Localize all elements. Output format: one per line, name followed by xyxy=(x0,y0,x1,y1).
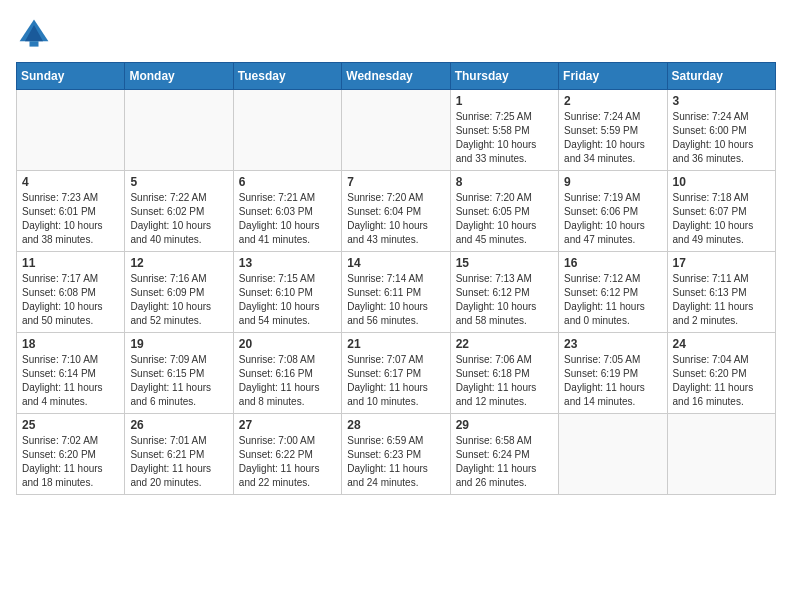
day-number: 28 xyxy=(347,418,444,432)
day-info: Sunrise: 7:13 AM Sunset: 6:12 PM Dayligh… xyxy=(456,272,553,328)
calendar-cell: 15Sunrise: 7:13 AM Sunset: 6:12 PM Dayli… xyxy=(450,252,558,333)
day-info: Sunrise: 7:06 AM Sunset: 6:18 PM Dayligh… xyxy=(456,353,553,409)
calendar-cell: 16Sunrise: 7:12 AM Sunset: 6:12 PM Dayli… xyxy=(559,252,667,333)
calendar-cell: 24Sunrise: 7:04 AM Sunset: 6:20 PM Dayli… xyxy=(667,333,775,414)
day-info: Sunrise: 7:10 AM Sunset: 6:14 PM Dayligh… xyxy=(22,353,119,409)
day-info: Sunrise: 7:16 AM Sunset: 6:09 PM Dayligh… xyxy=(130,272,227,328)
day-number: 7 xyxy=(347,175,444,189)
weekday-header-saturday: Saturday xyxy=(667,63,775,90)
day-info: Sunrise: 7:12 AM Sunset: 6:12 PM Dayligh… xyxy=(564,272,661,328)
day-info: Sunrise: 7:11 AM Sunset: 6:13 PM Dayligh… xyxy=(673,272,770,328)
calendar-cell: 18Sunrise: 7:10 AM Sunset: 6:14 PM Dayli… xyxy=(17,333,125,414)
calendar-cell: 29Sunrise: 6:58 AM Sunset: 6:24 PM Dayli… xyxy=(450,414,558,495)
weekday-header-sunday: Sunday xyxy=(17,63,125,90)
week-row-1: 1Sunrise: 7:25 AM Sunset: 5:58 PM Daylig… xyxy=(17,90,776,171)
calendar-cell: 10Sunrise: 7:18 AM Sunset: 6:07 PM Dayli… xyxy=(667,171,775,252)
day-number: 18 xyxy=(22,337,119,351)
calendar-cell: 19Sunrise: 7:09 AM Sunset: 6:15 PM Dayli… xyxy=(125,333,233,414)
day-info: Sunrise: 7:00 AM Sunset: 6:22 PM Dayligh… xyxy=(239,434,336,490)
day-number: 11 xyxy=(22,256,119,270)
calendar-cell: 5Sunrise: 7:22 AM Sunset: 6:02 PM Daylig… xyxy=(125,171,233,252)
week-row-3: 11Sunrise: 7:17 AM Sunset: 6:08 PM Dayli… xyxy=(17,252,776,333)
calendar-cell xyxy=(125,90,233,171)
day-info: Sunrise: 7:19 AM Sunset: 6:06 PM Dayligh… xyxy=(564,191,661,247)
calendar-cell xyxy=(233,90,341,171)
day-number: 21 xyxy=(347,337,444,351)
day-number: 27 xyxy=(239,418,336,432)
day-info: Sunrise: 7:02 AM Sunset: 6:20 PM Dayligh… xyxy=(22,434,119,490)
day-info: Sunrise: 7:20 AM Sunset: 6:04 PM Dayligh… xyxy=(347,191,444,247)
day-number: 9 xyxy=(564,175,661,189)
calendar-cell: 8Sunrise: 7:20 AM Sunset: 6:05 PM Daylig… xyxy=(450,171,558,252)
day-info: Sunrise: 7:15 AM Sunset: 6:10 PM Dayligh… xyxy=(239,272,336,328)
calendar-cell: 22Sunrise: 7:06 AM Sunset: 6:18 PM Dayli… xyxy=(450,333,558,414)
weekday-header-thursday: Thursday xyxy=(450,63,558,90)
day-number: 17 xyxy=(673,256,770,270)
day-number: 1 xyxy=(456,94,553,108)
calendar-cell: 1Sunrise: 7:25 AM Sunset: 5:58 PM Daylig… xyxy=(450,90,558,171)
day-info: Sunrise: 7:22 AM Sunset: 6:02 PM Dayligh… xyxy=(130,191,227,247)
day-info: Sunrise: 7:24 AM Sunset: 6:00 PM Dayligh… xyxy=(673,110,770,166)
day-info: Sunrise: 7:08 AM Sunset: 6:16 PM Dayligh… xyxy=(239,353,336,409)
day-number: 16 xyxy=(564,256,661,270)
day-number: 15 xyxy=(456,256,553,270)
calendar-cell xyxy=(667,414,775,495)
day-number: 24 xyxy=(673,337,770,351)
day-number: 19 xyxy=(130,337,227,351)
day-info: Sunrise: 6:58 AM Sunset: 6:24 PM Dayligh… xyxy=(456,434,553,490)
day-number: 25 xyxy=(22,418,119,432)
calendar-cell: 25Sunrise: 7:02 AM Sunset: 6:20 PM Dayli… xyxy=(17,414,125,495)
day-number: 26 xyxy=(130,418,227,432)
day-number: 6 xyxy=(239,175,336,189)
day-number: 2 xyxy=(564,94,661,108)
calendar-cell: 23Sunrise: 7:05 AM Sunset: 6:19 PM Dayli… xyxy=(559,333,667,414)
week-row-2: 4Sunrise: 7:23 AM Sunset: 6:01 PM Daylig… xyxy=(17,171,776,252)
day-number: 13 xyxy=(239,256,336,270)
day-number: 4 xyxy=(22,175,119,189)
calendar-cell: 21Sunrise: 7:07 AM Sunset: 6:17 PM Dayli… xyxy=(342,333,450,414)
day-info: Sunrise: 7:09 AM Sunset: 6:15 PM Dayligh… xyxy=(130,353,227,409)
weekday-header-friday: Friday xyxy=(559,63,667,90)
day-number: 8 xyxy=(456,175,553,189)
weekday-header-monday: Monday xyxy=(125,63,233,90)
calendar-table: SundayMondayTuesdayWednesdayThursdayFrid… xyxy=(16,62,776,495)
calendar-cell xyxy=(342,90,450,171)
day-number: 29 xyxy=(456,418,553,432)
day-number: 14 xyxy=(347,256,444,270)
day-info: Sunrise: 7:05 AM Sunset: 6:19 PM Dayligh… xyxy=(564,353,661,409)
page-header xyxy=(16,16,776,52)
week-row-4: 18Sunrise: 7:10 AM Sunset: 6:14 PM Dayli… xyxy=(17,333,776,414)
day-info: Sunrise: 7:23 AM Sunset: 6:01 PM Dayligh… xyxy=(22,191,119,247)
week-row-5: 25Sunrise: 7:02 AM Sunset: 6:20 PM Dayli… xyxy=(17,414,776,495)
calendar-cell xyxy=(559,414,667,495)
svg-rect-2 xyxy=(30,41,39,46)
weekday-header-wednesday: Wednesday xyxy=(342,63,450,90)
day-info: Sunrise: 7:25 AM Sunset: 5:58 PM Dayligh… xyxy=(456,110,553,166)
day-info: Sunrise: 7:24 AM Sunset: 5:59 PM Dayligh… xyxy=(564,110,661,166)
calendar-cell: 13Sunrise: 7:15 AM Sunset: 6:10 PM Dayli… xyxy=(233,252,341,333)
day-info: Sunrise: 7:04 AM Sunset: 6:20 PM Dayligh… xyxy=(673,353,770,409)
calendar-cell: 4Sunrise: 7:23 AM Sunset: 6:01 PM Daylig… xyxy=(17,171,125,252)
calendar-cell: 17Sunrise: 7:11 AM Sunset: 6:13 PM Dayli… xyxy=(667,252,775,333)
calendar-cell: 27Sunrise: 7:00 AM Sunset: 6:22 PM Dayli… xyxy=(233,414,341,495)
day-number: 23 xyxy=(564,337,661,351)
day-number: 10 xyxy=(673,175,770,189)
calendar-cell xyxy=(17,90,125,171)
day-info: Sunrise: 7:20 AM Sunset: 6:05 PM Dayligh… xyxy=(456,191,553,247)
day-info: Sunrise: 6:59 AM Sunset: 6:23 PM Dayligh… xyxy=(347,434,444,490)
calendar-cell: 2Sunrise: 7:24 AM Sunset: 5:59 PM Daylig… xyxy=(559,90,667,171)
calendar-cell: 9Sunrise: 7:19 AM Sunset: 6:06 PM Daylig… xyxy=(559,171,667,252)
calendar-cell: 7Sunrise: 7:20 AM Sunset: 6:04 PM Daylig… xyxy=(342,171,450,252)
calendar-cell: 20Sunrise: 7:08 AM Sunset: 6:16 PM Dayli… xyxy=(233,333,341,414)
calendar-cell: 14Sunrise: 7:14 AM Sunset: 6:11 PM Dayli… xyxy=(342,252,450,333)
day-info: Sunrise: 7:21 AM Sunset: 6:03 PM Dayligh… xyxy=(239,191,336,247)
calendar-cell: 26Sunrise: 7:01 AM Sunset: 6:21 PM Dayli… xyxy=(125,414,233,495)
weekday-header-tuesday: Tuesday xyxy=(233,63,341,90)
calendar-cell: 28Sunrise: 6:59 AM Sunset: 6:23 PM Dayli… xyxy=(342,414,450,495)
calendar-cell: 11Sunrise: 7:17 AM Sunset: 6:08 PM Dayli… xyxy=(17,252,125,333)
logo xyxy=(16,16,56,52)
day-info: Sunrise: 7:14 AM Sunset: 6:11 PM Dayligh… xyxy=(347,272,444,328)
day-number: 12 xyxy=(130,256,227,270)
calendar-cell: 3Sunrise: 7:24 AM Sunset: 6:00 PM Daylig… xyxy=(667,90,775,171)
day-number: 22 xyxy=(456,337,553,351)
